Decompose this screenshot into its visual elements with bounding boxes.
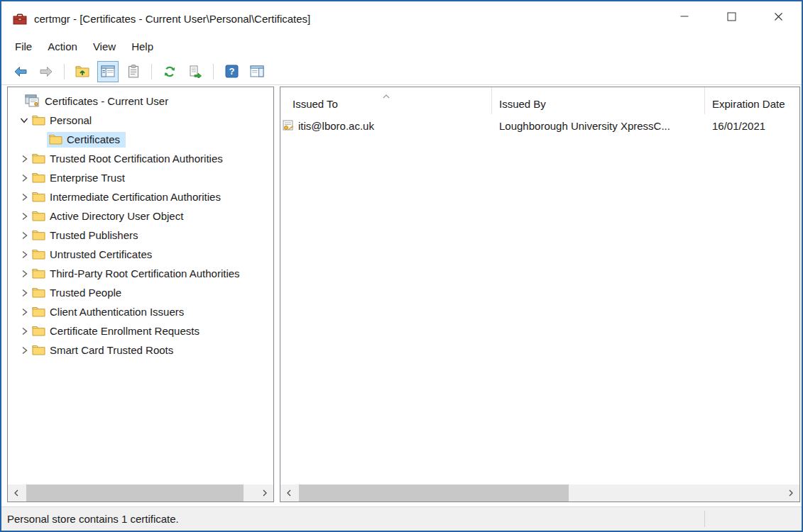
menu-item-file[interactable]: File <box>7 35 40 58</box>
list-header: Issued ToIssued ByExpiration Date <box>280 87 799 114</box>
tree-item-label: Untrusted Certificates <box>50 248 152 260</box>
tree-item-label: Trusted Root Certification Authorities <box>50 153 223 165</box>
help-button[interactable]: ? <box>221 61 242 82</box>
tree-item-label: Intermediate Certification Authorities <box>50 191 221 203</box>
certmgr-window: certmgr - [Certificates - Current User\P… <box>0 0 803 532</box>
tree-item-intermediate-certification-authorities[interactable]: Intermediate Certification Authorities <box>8 187 273 206</box>
tree-item-label: Third-Party Root Certification Authoriti… <box>50 267 240 279</box>
folder-icon <box>32 115 45 126</box>
scrollbar-thumb[interactable] <box>299 484 569 501</box>
refresh-button[interactable] <box>159 61 180 82</box>
tree-item-certificates[interactable]: Certificates <box>8 130 273 149</box>
certificate-row[interactable]: itis@lboro.ac.ukLoughborough University … <box>280 114 799 137</box>
menu-item-action[interactable]: Action <box>40 35 85 58</box>
forward-arrow-icon <box>39 66 53 77</box>
sort-ascending-icon <box>382 89 390 101</box>
column-header-issued-to[interactable]: Issued To <box>280 87 492 114</box>
column-header-label: Issued To <box>293 98 338 110</box>
list-horizontal-scrollbar[interactable] <box>280 484 799 501</box>
maximize-button[interactable] <box>708 1 755 31</box>
column-header-expiration-date[interactable]: Expiration Date <box>705 87 799 114</box>
show-hide-console-tree-button[interactable] <box>97 61 119 82</box>
show-hide-action-pane-button[interactable] <box>246 61 268 82</box>
toolbar-separator <box>151 64 152 79</box>
refresh-icon <box>163 65 176 78</box>
column-header-label: Issued By <box>499 98 546 110</box>
scroll-left-arrow[interactable] <box>8 484 25 501</box>
scroll-left-arrow[interactable] <box>280 484 297 501</box>
folder-icon <box>32 153 45 164</box>
tree-item-trusted-people[interactable]: Trusted People <box>8 283 273 302</box>
close-button[interactable] <box>755 1 802 31</box>
folder-icon <box>49 134 62 145</box>
scroll-right-arrow[interactable] <box>256 484 273 501</box>
tree-item-third-party-root-certification-authorities[interactable]: Third-Party Root Certification Authoriti… <box>8 264 273 283</box>
back-button[interactable] <box>10 61 31 82</box>
folder-icon <box>32 326 45 336</box>
column-header-label: Expiration Date <box>712 98 785 110</box>
export-list-button[interactable] <box>185 61 206 82</box>
folder-icon <box>32 345 45 355</box>
certificate-icon <box>283 120 295 132</box>
folder-icon <box>32 172 45 183</box>
folder-icon <box>32 230 45 240</box>
scrollbar-thumb[interactable] <box>26 484 244 501</box>
export-list-icon <box>189 65 202 78</box>
folder-icon <box>32 287 45 298</box>
up-one-level-button[interactable] <box>72 61 93 82</box>
tree-item-label: Certificates <box>67 133 120 145</box>
tree-item-certificate-enrollment-requests[interactable]: Certificate Enrollment Requests <box>8 321 273 340</box>
tree-horizontal-scrollbar[interactable] <box>8 484 273 501</box>
tree-item-personal[interactable]: Personal <box>8 111 273 130</box>
tree-item-label: Certificate Enrollment Requests <box>50 325 200 337</box>
certificates-list-pane: Issued ToIssued ByExpiration Date itis@l… <box>280 87 800 502</box>
title-bar: certmgr - [Certificates - Current User\P… <box>1 1 802 35</box>
tree-item-label: Active Directory User Object <box>50 210 183 222</box>
console-pane-icon <box>250 65 264 77</box>
tree-item-enterprise-trust[interactable]: Enterprise Trust <box>8 168 273 187</box>
toolbar: ? <box>1 58 802 85</box>
tree-item-label: Personal <box>50 114 92 126</box>
tree-item-smart-card-trusted-roots[interactable]: Smart Card Trusted Roots <box>8 340 273 360</box>
tree-view: Certificates - Current UserPersonalCerti… <box>8 87 273 360</box>
column-header-issued-by[interactable]: Issued By <box>492 87 705 114</box>
tree-item-label: Enterprise Trust <box>50 172 125 184</box>
tree-item-label: Trusted People <box>50 287 121 299</box>
list-body: itis@lboro.ac.ukLoughborough University … <box>280 114 799 137</box>
tree-item-trusted-publishers[interactable]: Trusted Publishers <box>8 226 273 245</box>
folder-icon <box>32 268 45 279</box>
tree-item-certificates-current-user[interactable]: Certificates - Current User <box>8 92 273 111</box>
certmgr-app-icon <box>13 12 27 25</box>
tree-item-trusted-root-certification-authorities[interactable]: Trusted Root Certification Authorities <box>8 149 273 168</box>
help-icon: ? <box>225 65 239 78</box>
folder-up-icon <box>75 65 89 77</box>
folder-icon <box>32 249 45 260</box>
window-title: certmgr - [Certificates - Current User\P… <box>34 13 310 25</box>
properties-button[interactable] <box>123 61 144 82</box>
console-tree-icon <box>101 65 115 77</box>
minimize-button[interactable] <box>661 1 708 31</box>
console-tree-pane: Certificates - Current UserPersonalCerti… <box>7 87 274 502</box>
svg-text:?: ? <box>229 66 234 77</box>
status-bar: Personal store contains 1 certificate. <box>1 506 802 531</box>
scroll-right-arrow[interactable] <box>782 484 799 501</box>
tree-item-client-authentication-issuers[interactable]: Client Authentication Issuers <box>8 302 273 321</box>
menu-item-view[interactable]: View <box>85 35 124 58</box>
tree-item-untrusted-certificates[interactable]: Untrusted Certificates <box>8 245 273 264</box>
main-area: Certificates - Current UserPersonalCerti… <box>1 85 802 506</box>
toolbar-separator <box>213 64 214 79</box>
scrollbar-track <box>297 484 782 501</box>
status-text: Personal store contains 1 certificate. <box>7 513 179 525</box>
forward-button[interactable] <box>35 61 57 82</box>
tree-item-label: Client Authentication Issuers <box>50 306 184 318</box>
menu-item-help[interactable]: Help <box>124 35 161 58</box>
tree-item-label: Smart Card Trusted Roots <box>50 344 173 356</box>
tree-item-label: Certificates - Current User <box>45 95 168 107</box>
toolbar-separator <box>64 64 65 79</box>
close-icon <box>774 12 783 21</box>
folder-icon <box>32 192 45 202</box>
status-divider <box>704 511 705 527</box>
maximize-icon <box>727 12 736 21</box>
folder-icon <box>32 211 45 221</box>
tree-item-active-directory-user-object[interactable]: Active Directory User Object <box>8 206 273 226</box>
